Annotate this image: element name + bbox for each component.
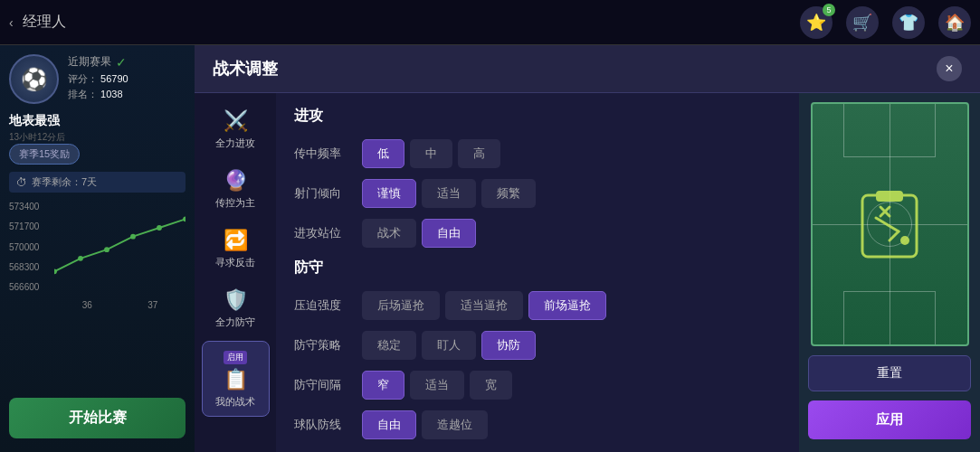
nav-icon-shirt[interactable]: 👕	[892, 6, 925, 39]
defense-line-label: 球队防线	[294, 417, 362, 433]
tactic-item-1[interactable]: 🔮 传控为主	[202, 162, 270, 217]
defense-line-btn-0[interactable]: 自由	[362, 410, 416, 439]
modal-header: 战术调整 ×	[195, 45, 980, 93]
chart-x-label-1: 37	[147, 300, 157, 310]
press-intensity-label: 压迫强度	[294, 297, 362, 314]
defense-strategy-btn-0[interactable]: 稳定	[362, 331, 416, 360]
attack-position-btn-0[interactable]: 战术	[362, 219, 416, 248]
close-icon: ×	[945, 61, 953, 77]
tactic-icon-1: 🔮	[224, 169, 248, 193]
defense-line-options: 自由 造越位	[362, 410, 488, 439]
top-nav: ‹ 经理人 ⭐ 5 🛒 👕 🏠	[0, 0, 980, 45]
chart-label-2: 570000	[9, 242, 39, 252]
shoot-tendency-btn-2[interactable]: 频繁	[481, 179, 536, 208]
defense-spacing-btn-0[interactable]: 窄	[362, 371, 404, 400]
attack-position-options: 战术 自由	[362, 219, 476, 248]
attack-position-row: 进攻站位 战术 自由	[294, 219, 781, 248]
defense-line-btn-1[interactable]: 造越位	[422, 410, 488, 439]
profile-info: 近期赛果 ✓ 评分： 56790 排名： 1038	[68, 54, 186, 103]
defense-line-row: 球队防线 自由 造越位	[294, 410, 781, 439]
shoot-tendency-btn-0[interactable]: 谨慎	[362, 179, 416, 208]
timer-row: ⏱ 赛季剩余：7天	[9, 172, 186, 193]
svg-point-5	[183, 216, 186, 221]
svg-point-1	[78, 256, 83, 261]
tactic-label-2: 寻求反击	[215, 256, 255, 269]
rank-row: 排名： 1038	[68, 88, 186, 101]
tactic-item-3[interactable]: 🛡️ 全力防守	[202, 281, 270, 336]
reset-button[interactable]: 重置	[808, 355, 971, 391]
tactics-menu: ⚔️ 全力进攻 🔮 传控为主 🔁 寻求反击 🛡️ 全力防守 启用 📋 我的战术	[195, 93, 276, 452]
left-sidebar: ⚽ 近期赛果 ✓ 评分： 56790 排名： 1038 地表最强 13小时12分…	[0, 45, 195, 452]
start-match-button[interactable]: 开始比赛	[9, 398, 186, 438]
tactic-item-0[interactable]: ⚔️ 全力进攻	[202, 102, 270, 157]
tactics-modal: 战术调整 × ⚔️ 全力进攻 🔮 传控为主 🔁 寻求反击 🛡️ 全力防守	[195, 45, 980, 452]
rating-label: 评分：	[68, 73, 98, 84]
svg-point-4	[157, 225, 162, 231]
cross-freq-label: 传中频率	[294, 146, 362, 162]
shoot-tendency-row: 射门倾向 谨慎 适当 频繁	[294, 179, 781, 208]
rank-label: 排名：	[68, 89, 98, 99]
chart-svg	[54, 202, 186, 289]
cross-freq-btn-0[interactable]: 低	[362, 139, 404, 168]
cart-icon: 🛒	[852, 13, 872, 33]
nav-icon-cart[interactable]: 🛒	[846, 6, 879, 39]
cross-freq-btn-2[interactable]: 高	[458, 139, 500, 168]
apply-button[interactable]: 应用	[808, 400, 971, 439]
chart-x-labels: 36 37	[54, 300, 186, 310]
apply-label: 应用	[876, 411, 903, 427]
svg-rect-7	[876, 191, 903, 202]
chart-labels: 573400 571700 570000 568300 566600	[9, 202, 39, 292]
field-bottom-penalty	[843, 291, 937, 344]
timer-icon: ⏱	[16, 176, 27, 189]
nav-icon-home[interactable]: 🏠	[938, 6, 971, 39]
shirt-icon: 👕	[899, 13, 918, 33]
tactic-icon-2: 🔁	[224, 229, 248, 252]
chart-x-label-0: 36	[82, 300, 92, 310]
defense-strategy-btn-1[interactable]: 盯人	[422, 331, 476, 360]
defense-spacing-btn-2[interactable]: 宽	[470, 371, 512, 400]
offense-section-title: 进攻	[294, 107, 781, 126]
cross-freq-btn-1[interactable]: 中	[410, 139, 452, 168]
manager-label: 经理人	[23, 13, 66, 32]
svg-point-2	[104, 247, 109, 252]
reset-label: 重置	[877, 365, 902, 380]
recent-result-label: 近期赛果	[68, 54, 111, 70]
nav-icon-star[interactable]: ⭐ 5	[800, 6, 833, 39]
field-panel: 重置 应用	[799, 93, 980, 452]
chart-area: 573400 571700 570000 568300 566600 36 37	[9, 202, 186, 310]
back-button[interactable]: ‹ 经理人	[9, 13, 66, 32]
defense-strategy-row: 防守策略 稳定 盯人 协防	[294, 331, 781, 360]
season-badge: 赛季15奖励	[9, 144, 80, 165]
svg-line-8	[876, 218, 899, 231]
defense-strategy-options: 稳定 盯人 协防	[362, 331, 536, 360]
chart-label-4: 566600	[9, 282, 39, 292]
press-intensity-btn-1[interactable]: 适当逼抢	[445, 291, 523, 320]
rating-row: 评分： 56790	[68, 72, 186, 86]
defense-strategy-label: 防守策略	[294, 337, 362, 353]
home-icon: 🏠	[945, 13, 965, 33]
press-intensity-btn-0[interactable]: 后场逼抢	[362, 291, 440, 320]
tactic-icon-3: 🛡️	[224, 288, 248, 312]
shoot-tendency-options: 谨慎 适当 频繁	[362, 179, 536, 208]
tactic-icon-4: 📋	[224, 368, 248, 391]
avatar: ⚽	[9, 54, 59, 104]
tactics-content: 进攻 传中频率 低 中 高 射门倾向 谨慎 适当 频繁	[276, 93, 799, 452]
attack-position-btn-1[interactable]: 自由	[422, 219, 476, 248]
recent-result-row: 近期赛果 ✓	[68, 54, 186, 70]
cross-freq-row: 传中频率 低 中 高	[294, 139, 781, 168]
close-button[interactable]: ×	[937, 56, 962, 81]
tactic-icon-0: ⚔️	[224, 109, 248, 133]
defense-strategy-btn-2[interactable]: 协防	[481, 331, 536, 360]
nav-icons: ⭐ 5 🛒 👕 🏠	[800, 6, 971, 39]
defense-spacing-btn-1[interactable]: 适当	[410, 371, 464, 400]
tactic-item-4[interactable]: 启用 📋 我的战术	[202, 341, 270, 417]
shoot-tendency-btn-1[interactable]: 适当	[422, 179, 476, 208]
tactic-label-1: 传控为主	[215, 196, 255, 210]
star-icon: ⭐	[806, 13, 826, 33]
tactic-item-2[interactable]: 🔁 寻求反击	[202, 221, 270, 277]
field-top-penalty	[843, 104, 937, 157]
star-badge: 5	[823, 4, 835, 16]
back-icon: ‹	[9, 15, 14, 30]
rating-value: 56790	[100, 73, 128, 84]
press-intensity-btn-2[interactable]: 前场逼抢	[528, 291, 606, 320]
